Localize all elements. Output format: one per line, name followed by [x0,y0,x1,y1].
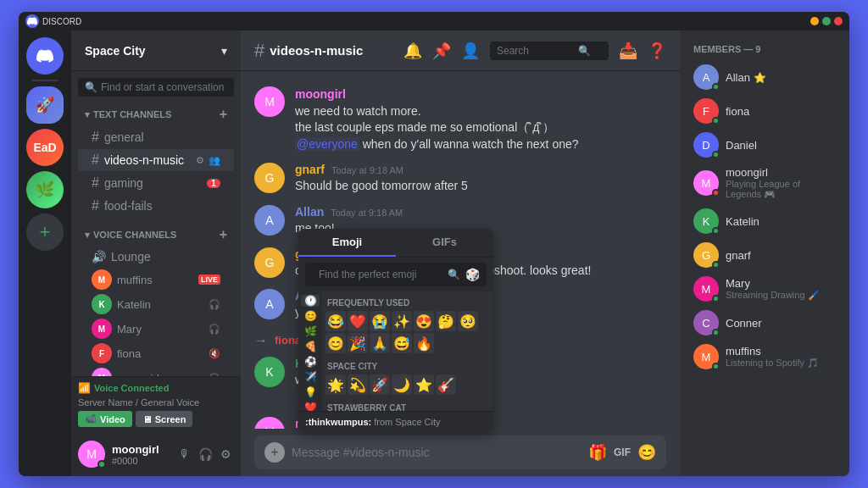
header-search[interactable]: 🔍 [490,42,609,60]
username: moongirl [112,443,170,456]
server-icon-space-city[interactable]: 🚀 [26,86,64,124]
minimize-btn[interactable] [810,17,819,25]
member-item-fiona[interactable]: F fiona [687,95,843,127]
server-icon-discord-home[interactable] [26,37,64,75]
help-icon[interactable]: ❓ [648,42,666,60]
emoji-item[interactable]: 🎸 [436,374,456,395]
voice-user-mary[interactable]: M Mary 🎧 [78,317,234,341]
voice-connected-status: 📶 Voice Connected [78,382,234,394]
emoji-item[interactable]: 🥺 [458,311,478,331]
server-sidebar: 🚀 EaD 🌿 + [19,30,71,476]
members-toggle-icon[interactable]: 👤 [461,42,480,60]
emoji-item[interactable]: 💫 [348,374,368,395]
add-server-button[interactable]: + [26,214,64,251]
hash-icon: # [92,198,99,214]
bell-icon[interactable]: 🔔 [403,42,422,60]
emoji-item[interactable]: 😊 [326,333,346,353]
emoji-item[interactable]: 😍 [414,311,434,331]
gif-icon[interactable]: GIF [614,446,631,458]
emoji-input-icon[interactable]: 😊 [637,443,656,462]
emoji-cat-nature[interactable]: 🌿 [301,325,320,337]
maximize-btn[interactable] [822,17,831,25]
emoji-random-icon[interactable]: 🎲 [465,268,480,281]
member-item-gnarf[interactable]: G gnarf [687,239,843,271]
sidebar-search[interactable]: 🔍 Find or start a conversation [71,71,241,97]
emoji-cat-people[interactable]: 😊 [301,310,320,322]
channel-hash-icon: # [254,40,264,62]
video-button[interactable]: 📹 Video [78,411,132,427]
emoji-cat-objects[interactable]: 💡 [301,386,320,398]
channel-item-general[interactable]: # general [78,126,234,148]
emoji-item[interactable]: ❤️ [348,311,368,331]
arrow-icon: → [254,333,268,348]
member-item-allan[interactable]: A Allan ⭐ [687,61,843,93]
emoji-cat-recent[interactable]: 🕐 [301,295,320,307]
pin-icon[interactable]: 📌 [432,42,451,60]
emoji-cat-symbols[interactable]: ❤️ [301,402,320,411]
voice-channels-header[interactable]: ▾ VOICE CHANNELS + [71,224,241,246]
server-icon-2[interactable]: EaD [26,129,64,166]
member-info-muffins: muffins Listening to Spotify 🎵 [726,345,836,369]
emoji-item[interactable]: 😭 [370,311,390,331]
avatar-moongirl-msg1: M [254,86,285,117]
screen-label: Screen [155,414,186,424]
voice-user-fiona[interactable]: F fiona 🔇 [78,341,234,365]
emoji-item[interactable]: 😂 [326,311,346,331]
emoji-item[interactable]: 🔥 [414,333,434,353]
emoji-item[interactable]: 🙏 [370,333,390,353]
screen-share-button[interactable]: 🖥 Screen [136,411,193,427]
member-activity-mary: Streaming Drawing 🖌️ [726,290,836,301]
member-item-moongirl[interactable]: M moongirl Playing League of Legends 🎮 [687,163,843,203]
emoji-tab-emoji[interactable]: Emoji [298,229,396,257]
member-item-muffins[interactable]: M muffins Listening to Spotify 🎵 [687,341,843,373]
header-search-input[interactable] [497,45,573,57]
emoji-cat-activities[interactable]: ⚽ [301,356,320,368]
add-attachment-button[interactable]: + [264,442,285,463]
emoji-cat-food[interactable]: 🍕 [301,341,320,352]
emoji-item[interactable]: 🌙 [392,374,412,395]
member-info-allan: Allan ⭐ [726,71,836,84]
server-icon-3[interactable]: 🌿 [26,171,64,208]
emoji-item[interactable]: ✨ [392,311,412,331]
member-item-mary[interactable]: M Mary Streaming Drawing 🖌️ [687,273,843,305]
channel-name-general: general [104,130,220,144]
member-item-katelin[interactable]: K Katelin [687,205,843,237]
emoji-search-icon: 🔍 [448,269,460,280]
inbox-icon[interactable]: 📥 [619,42,637,60]
channel-item-lounge[interactable]: 🔊 Lounge [78,247,234,267]
emoji-item[interactable]: ⭐ [414,374,434,395]
emoji-item[interactable]: 🌟 [326,374,346,395]
emoji-search-input[interactable] [312,265,444,284]
emoji-item[interactable]: 🎉 [348,333,368,353]
voice-user-moongirl[interactable]: M moongirl 🎧 [78,366,234,376]
close-btn[interactable] [834,17,843,25]
members-header: MEMBERS — 9 [687,44,843,54]
message-input[interactable] [292,446,581,459]
gift-icon[interactable]: 🎁 [588,443,607,462]
member-item-conner[interactable]: C Conner [687,307,843,339]
deafen-button[interactable]: 🎧 [197,446,214,463]
server-header[interactable]: Space City ▾ [71,30,241,71]
members-icon[interactable]: 👥 [209,154,220,166]
channel-item-food-fails[interactable]: # food-fails [78,195,234,217]
search-hint: Find or start a conversation [101,81,224,93]
emoji-cat-travel[interactable]: ✈️ [301,371,320,383]
mute-button[interactable]: 🎙 [176,446,193,463]
member-item-daniel[interactable]: D Daniel [687,129,843,161]
emoji-tab-gifs[interactable]: GIFs [396,229,493,257]
channel-item-gaming[interactable]: # gaming 1 [78,172,234,194]
text-channels-header[interactable]: ▾ TEXT CHANNELS + [71,103,241,125]
add-voice-channel-icon[interactable]: + [220,227,227,242]
settings-button[interactable]: ⚙ [217,446,234,463]
member-avatar-moongirl: M [693,170,719,196]
add-channel-icon[interactable]: + [220,107,227,122]
voice-user-muffins[interactable]: M muffins LIVE [78,268,234,291]
channel-item-videos-n-music[interactable]: # videos-n-music ⚙ 👥 [78,149,234,171]
emoji-item[interactable]: 🤔 [436,311,456,331]
emoji-item[interactable]: 🚀 [370,374,390,395]
settings-icon[interactable]: ⚙ [194,154,206,166]
title-bar-left: DISCORD [25,14,81,28]
emoji-item[interactable]: 😅 [392,333,412,353]
member-avatar-muffins: M [693,344,719,369]
voice-user-katelin[interactable]: K Katelin 🎧 [78,292,234,316]
